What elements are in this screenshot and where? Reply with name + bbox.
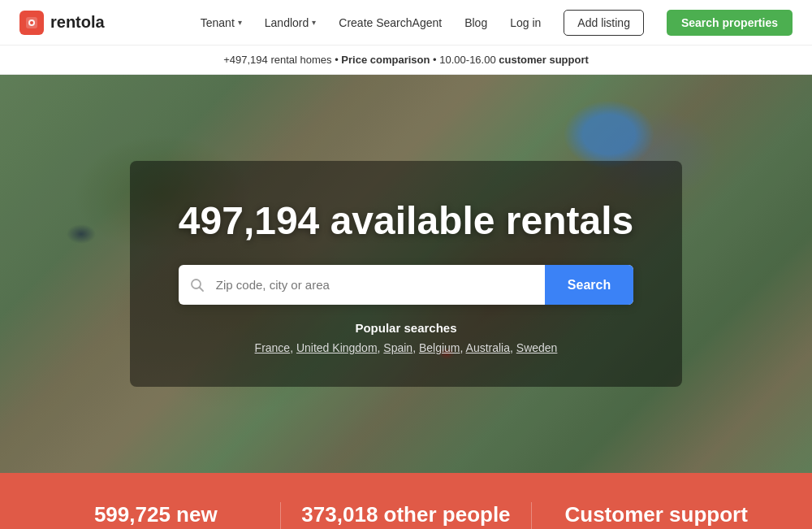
popular-link-belgium[interactable]: Belgium <box>419 341 460 354</box>
stat-divider-2 <box>531 502 532 529</box>
promo-price-label: Price comparison <box>341 54 430 66</box>
nav-blog[interactable]: Blog <box>464 16 487 29</box>
nav-login[interactable]: Log in <box>510 16 541 29</box>
add-listing-button[interactable]: Add listing <box>564 10 644 36</box>
hero-search-button[interactable]: Search <box>545 265 633 305</box>
tenant-chevron-icon: ▾ <box>238 18 242 27</box>
stat-customer-support-number: Customer support <box>551 502 762 527</box>
popular-link-uk[interactable]: United Kingdom <box>296 341 378 354</box>
popular-link-sweden[interactable]: Sweden <box>516 341 558 354</box>
stat-new-properties: 599,725 new properties added within the … <box>50 502 261 529</box>
landlord-chevron-icon: ▾ <box>312 18 316 27</box>
popular-links: France, United Kingdom, Spain, Belgium, … <box>179 341 633 354</box>
nav-create-search-agent[interactable]: Create SearchAgent <box>339 16 442 29</box>
nav-landlord[interactable]: Landlord ▾ <box>265 16 317 29</box>
nav-links: Tenant ▾ Landlord ▾ Create SearchAgent B… <box>201 10 793 36</box>
popular-link-australia[interactable]: Australia <box>466 341 510 354</box>
navbar: rentola Tenant ▾ Landlord ▾ Create Searc… <box>0 0 812 46</box>
popular-searches-label: Popular searches <box>179 321 633 335</box>
stat-other-people-number: 373,018 other people <box>300 502 512 527</box>
hero-search-box: Search <box>179 265 633 305</box>
search-properties-button[interactable]: Search properties <box>667 10 793 36</box>
svg-line-4 <box>199 287 203 291</box>
nav-tenant[interactable]: Tenant ▾ <box>201 16 242 29</box>
logo-icon <box>19 11 44 35</box>
promo-support-hours: 10.00-16.00 <box>439 54 495 66</box>
promo-support-label: customer support <box>499 54 589 66</box>
promo-bar: +497,194 rental homes • Price comparison… <box>0 46 812 75</box>
promo-rental-text: rental homes <box>270 54 331 66</box>
popular-link-spain[interactable]: Spain <box>383 341 412 354</box>
hero-title: 497,194 available rentals <box>179 200 633 243</box>
stat-other-people: 373,018 other people have used our websi… <box>300 502 512 529</box>
svg-point-2 <box>30 21 33 24</box>
hero-section: 497,194 available rentals Search Popular… <box>0 75 812 473</box>
popular-link-france[interactable]: France <box>255 341 291 354</box>
stat-customer-support: Customer support we are ready to help yo… <box>551 502 762 529</box>
logo-text: rentola <box>50 13 105 32</box>
search-icon <box>179 265 216 305</box>
promo-count: +497,194 <box>223 54 268 66</box>
stats-bar: 599,725 new properties added within the … <box>0 473 812 529</box>
stat-divider-1 <box>280 502 281 529</box>
hero-overlay: 497,194 available rentals Search Popular… <box>130 161 682 388</box>
logo[interactable]: rentola <box>19 11 105 35</box>
location-search-input[interactable] <box>216 265 545 305</box>
stat-new-properties-number: 599,725 new properties <box>50 502 261 529</box>
